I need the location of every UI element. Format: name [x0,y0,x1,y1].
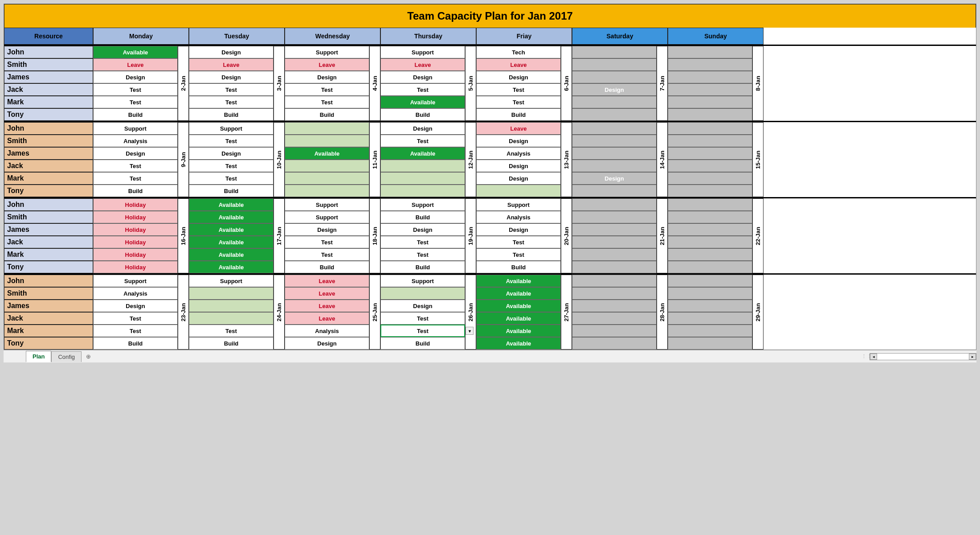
task-cell[interactable]: Test [189,96,274,108]
resource-cell[interactable]: Smith [4,135,93,147]
resource-cell[interactable]: Tony [4,108,93,121]
resource-cell[interactable]: James [4,147,93,160]
task-cell[interactable]: Build [380,337,465,350]
task-cell[interactable]: Design [285,223,369,236]
task-cell[interactable]: Build [285,108,369,121]
task-cell[interactable] [668,46,752,58]
task-cell[interactable]: Design [572,172,657,185]
resource-cell[interactable]: John [4,122,93,135]
task-cell[interactable]: Test [285,248,369,261]
task-cell[interactable] [572,122,657,135]
task-cell[interactable]: Available [189,261,274,273]
task-cell[interactable] [572,211,657,223]
task-cell[interactable] [668,300,752,312]
resource-cell[interactable]: Mark [4,96,93,108]
task-cell[interactable] [668,135,752,147]
task-cell[interactable]: Support [93,122,178,135]
task-cell[interactable]: Design [476,160,561,172]
task-cell[interactable]: Analysis [476,211,561,223]
task-cell[interactable]: Available [476,275,561,287]
task-cell[interactable]: Test [380,83,465,96]
task-cell[interactable] [476,185,561,197]
resource-cell[interactable]: James [4,71,93,83]
task-cell[interactable] [189,287,274,300]
task-cell[interactable]: Test [285,96,369,108]
task-cell[interactable]: Leave [285,58,369,71]
task-cell[interactable]: Analysis [476,147,561,160]
task-cell[interactable]: Holiday [93,248,178,261]
task-cell[interactable] [668,236,752,248]
task-cell[interactable]: Test [285,83,369,96]
task-cell[interactable] [668,83,752,96]
resource-cell[interactable]: Jack [4,236,93,248]
task-cell[interactable] [668,211,752,223]
task-cell[interactable]: Leave [285,287,369,300]
task-cell[interactable]: Build [285,261,369,273]
task-cell[interactable]: Design [189,46,274,58]
task-cell[interactable]: Design [380,122,465,135]
task-cell[interactable]: Available [189,248,274,261]
task-cell[interactable] [572,185,657,197]
task-cell[interactable]: Available [380,96,465,108]
scroll-right-icon[interactable]: ▸ [969,354,976,360]
task-cell[interactable]: Design [476,172,561,185]
task-cell[interactable]: Build [189,185,274,197]
task-cell[interactable]: Test [476,248,561,261]
task-cell[interactable]: Leave [93,58,178,71]
task-cell[interactable] [668,147,752,160]
resource-cell[interactable]: Tony [4,337,93,350]
task-cell[interactable]: Test [93,83,178,96]
task-cell[interactable]: Test [189,135,274,147]
task-cell[interactable]: Leave [285,275,369,287]
task-cell[interactable]: Holiday [93,223,178,236]
resource-cell[interactable]: John [4,198,93,211]
task-cell[interactable] [668,71,752,83]
task-cell[interactable]: Available [189,198,274,211]
task-cell[interactable] [285,185,369,197]
task-cell[interactable]: Design [189,147,274,160]
resource-cell[interactable]: Mark [4,325,93,337]
scroll-left-icon[interactable]: ◂ [870,354,877,360]
task-cell[interactable] [668,337,752,350]
task-cell[interactable]: Design [93,147,178,160]
tab-config[interactable]: Config [51,351,82,362]
resource-cell[interactable]: Smith [4,287,93,300]
task-cell[interactable]: Test [189,172,274,185]
resource-cell[interactable]: Jack [4,160,93,172]
task-cell[interactable] [285,135,369,147]
task-cell[interactable]: Leave [476,58,561,71]
task-cell[interactable]: Holiday [93,198,178,211]
task-cell[interactable]: Leave [380,58,465,71]
task-cell[interactable] [668,122,752,135]
task-cell[interactable] [572,248,657,261]
task-cell[interactable]: Available [93,46,178,58]
task-cell[interactable] [572,71,657,83]
resource-cell[interactable]: James [4,300,93,312]
task-cell[interactable] [668,287,752,300]
task-cell[interactable]: Build [93,185,178,197]
task-cell[interactable] [572,147,657,160]
task-cell[interactable]: Design [285,337,369,350]
task-cell[interactable]: Test [476,236,561,248]
task-cell[interactable] [668,96,752,108]
task-cell[interactable]: Test [476,83,561,96]
task-cell[interactable] [668,261,752,273]
task-cell[interactable]: Available [189,211,274,223]
task-cell[interactable]: Test [380,135,465,147]
task-cell[interactable] [668,58,752,71]
task-cell[interactable]: Build [380,108,465,121]
horizontal-scrollbar[interactable]: ◂ ▸ [870,353,976,360]
task-cell[interactable]: Build [476,261,561,273]
task-cell[interactable] [572,58,657,71]
task-cell[interactable]: Design [285,71,369,83]
task-cell[interactable] [572,160,657,172]
task-cell[interactable] [668,223,752,236]
task-cell[interactable]: Analysis [93,135,178,147]
task-cell[interactable] [572,300,657,312]
task-cell[interactable]: Test [93,312,178,325]
task-cell[interactable]: Design [476,135,561,147]
task-cell[interactable]: Test [476,96,561,108]
task-cell[interactable] [380,160,465,172]
task-cell[interactable]: Support [380,46,465,58]
task-cell[interactable] [285,172,369,185]
